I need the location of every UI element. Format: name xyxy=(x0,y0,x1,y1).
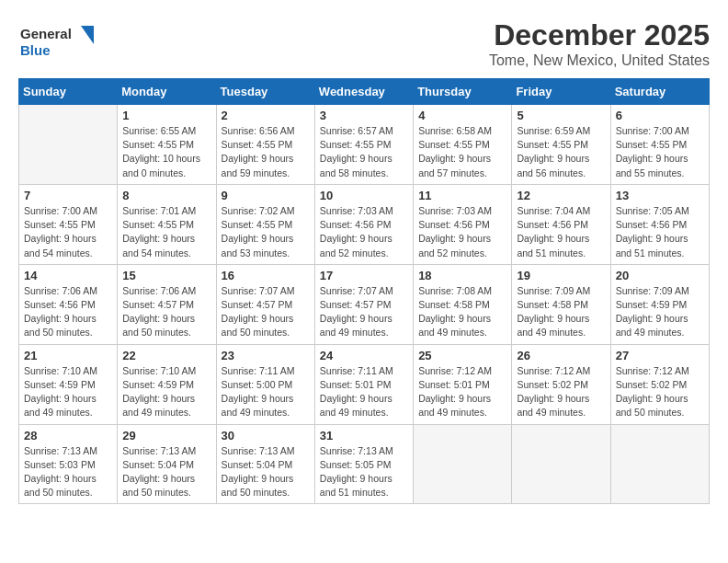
calendar-cell: 4Sunrise: 6:58 AMSunset: 4:55 PMDaylight… xyxy=(414,105,512,185)
day-info: Sunrise: 6:55 AMSunset: 4:55 PMDaylight:… xyxy=(122,124,210,180)
day-number: 22 xyxy=(122,349,210,362)
day-number: 30 xyxy=(222,429,310,442)
calendar-cell: 19Sunrise: 7:09 AMSunset: 4:58 PMDayligh… xyxy=(512,264,610,344)
calendar-cell xyxy=(414,424,512,504)
day-number: 13 xyxy=(616,189,704,202)
day-info: Sunrise: 7:03 AMSunset: 4:56 PMDaylight:… xyxy=(418,204,506,260)
column-header-wednesday: Wednesday xyxy=(314,79,413,105)
calendar-cell: 21Sunrise: 7:10 AMSunset: 4:59 PMDayligh… xyxy=(19,344,118,424)
day-number: 19 xyxy=(517,269,605,282)
day-info: Sunrise: 6:57 AMSunset: 4:55 PMDaylight:… xyxy=(320,124,408,180)
day-number: 9 xyxy=(222,189,310,202)
svg-text:General: General xyxy=(20,26,72,41)
day-number: 25 xyxy=(418,349,506,362)
calendar-cell xyxy=(19,105,118,185)
title-area: December 2025 Tome, New Mexico, United S… xyxy=(489,18,710,69)
day-number: 11 xyxy=(418,189,506,202)
calendar-cell: 14Sunrise: 7:06 AMSunset: 4:56 PMDayligh… xyxy=(19,264,118,344)
location-title: Tome, New Mexico, United States xyxy=(489,52,710,69)
day-info: Sunrise: 7:00 AMSunset: 4:55 PMDaylight:… xyxy=(616,124,704,180)
calendar-cell: 7Sunrise: 7:00 AMSunset: 4:55 PMDaylight… xyxy=(19,184,118,264)
day-info: Sunrise: 6:59 AMSunset: 4:55 PMDaylight:… xyxy=(517,124,605,180)
day-info: Sunrise: 7:13 AMSunset: 5:04 PMDaylight:… xyxy=(222,444,310,500)
calendar-cell: 18Sunrise: 7:08 AMSunset: 4:58 PMDayligh… xyxy=(414,264,512,344)
day-number: 18 xyxy=(418,269,506,282)
calendar-cell: 24Sunrise: 7:11 AMSunset: 5:01 PMDayligh… xyxy=(314,344,413,424)
day-info: Sunrise: 7:07 AMSunset: 4:57 PMDaylight:… xyxy=(222,284,310,340)
calendar-cell: 22Sunrise: 7:10 AMSunset: 4:59 PMDayligh… xyxy=(118,344,216,424)
calendar-cell: 31Sunrise: 7:13 AMSunset: 5:05 PMDayligh… xyxy=(314,424,413,504)
day-info: Sunrise: 7:11 AMSunset: 5:00 PMDaylight:… xyxy=(222,364,310,420)
day-info: Sunrise: 7:07 AMSunset: 4:57 PMDaylight:… xyxy=(320,284,408,340)
calendar-cell: 5Sunrise: 6:59 AMSunset: 4:55 PMDaylight… xyxy=(512,105,610,185)
calendar-cell xyxy=(512,424,610,504)
calendar-cell: 17Sunrise: 7:07 AMSunset: 4:57 PMDayligh… xyxy=(314,264,413,344)
calendar-cell: 3Sunrise: 6:57 AMSunset: 4:55 PMDaylight… xyxy=(314,105,413,185)
calendar-cell: 6Sunrise: 7:00 AMSunset: 4:55 PMDaylight… xyxy=(610,105,709,185)
day-number: 29 xyxy=(122,429,210,442)
day-info: Sunrise: 7:08 AMSunset: 4:58 PMDaylight:… xyxy=(418,284,506,340)
day-info: Sunrise: 7:06 AMSunset: 4:56 PMDaylight:… xyxy=(24,284,112,340)
calendar-cell: 1Sunrise: 6:55 AMSunset: 4:55 PMDaylight… xyxy=(118,105,216,185)
day-number: 3 xyxy=(320,109,408,122)
calendar-cell: 23Sunrise: 7:11 AMSunset: 5:00 PMDayligh… xyxy=(216,344,314,424)
day-info: Sunrise: 7:00 AMSunset: 4:55 PMDaylight:… xyxy=(24,204,112,260)
column-header-thursday: Thursday xyxy=(414,79,512,105)
page-header: General Blue December 2025 Tome, New Mex… xyxy=(18,18,710,69)
calendar-cell xyxy=(610,424,709,504)
day-info: Sunrise: 7:06 AMSunset: 4:57 PMDaylight:… xyxy=(122,284,210,340)
calendar-cell: 27Sunrise: 7:12 AMSunset: 5:02 PMDayligh… xyxy=(610,344,709,424)
week-row-2: 7Sunrise: 7:00 AMSunset: 4:55 PMDaylight… xyxy=(19,184,710,264)
day-info: Sunrise: 7:10 AMSunset: 4:59 PMDaylight:… xyxy=(122,364,210,420)
day-number: 4 xyxy=(418,109,506,122)
day-number: 6 xyxy=(616,109,704,122)
day-number: 5 xyxy=(517,109,605,122)
week-row-1: 1Sunrise: 6:55 AMSunset: 4:55 PMDaylight… xyxy=(19,105,710,185)
calendar-cell: 9Sunrise: 7:02 AMSunset: 4:55 PMDaylight… xyxy=(216,184,314,264)
day-info: Sunrise: 7:10 AMSunset: 4:59 PMDaylight:… xyxy=(24,364,112,420)
column-header-sunday: Sunday xyxy=(19,79,118,105)
calendar-cell: 26Sunrise: 7:12 AMSunset: 5:02 PMDayligh… xyxy=(512,344,610,424)
column-header-saturday: Saturday xyxy=(610,79,709,105)
logo: General Blue xyxy=(18,18,101,64)
calendar-cell: 25Sunrise: 7:12 AMSunset: 5:01 PMDayligh… xyxy=(414,344,512,424)
day-info: Sunrise: 6:56 AMSunset: 4:55 PMDaylight:… xyxy=(222,124,310,180)
logo-svg: General Blue xyxy=(18,18,101,64)
week-row-5: 28Sunrise: 7:13 AMSunset: 5:03 PMDayligh… xyxy=(19,424,710,504)
day-info: Sunrise: 7:01 AMSunset: 4:55 PMDaylight:… xyxy=(122,204,210,260)
day-number: 14 xyxy=(24,269,112,282)
day-number: 7 xyxy=(24,189,112,202)
calendar-cell: 10Sunrise: 7:03 AMSunset: 4:56 PMDayligh… xyxy=(314,184,413,264)
day-number: 10 xyxy=(320,189,408,202)
day-info: Sunrise: 7:02 AMSunset: 4:55 PMDaylight:… xyxy=(222,204,310,260)
day-number: 23 xyxy=(222,349,310,362)
week-row-3: 14Sunrise: 7:06 AMSunset: 4:56 PMDayligh… xyxy=(19,264,710,344)
calendar-cell: 16Sunrise: 7:07 AMSunset: 4:57 PMDayligh… xyxy=(216,264,314,344)
month-title: December 2025 xyxy=(489,18,710,52)
calendar-cell: 15Sunrise: 7:06 AMSunset: 4:57 PMDayligh… xyxy=(118,264,216,344)
day-number: 17 xyxy=(320,269,408,282)
day-info: Sunrise: 7:12 AMSunset: 5:02 PMDaylight:… xyxy=(517,364,605,420)
week-row-4: 21Sunrise: 7:10 AMSunset: 4:59 PMDayligh… xyxy=(19,344,710,424)
calendar-cell: 30Sunrise: 7:13 AMSunset: 5:04 PMDayligh… xyxy=(216,424,314,504)
calendar-cell: 20Sunrise: 7:09 AMSunset: 4:59 PMDayligh… xyxy=(610,264,709,344)
day-info: Sunrise: 7:03 AMSunset: 4:56 PMDaylight:… xyxy=(320,204,408,260)
calendar-cell: 11Sunrise: 7:03 AMSunset: 4:56 PMDayligh… xyxy=(414,184,512,264)
day-number: 26 xyxy=(517,349,605,362)
calendar-cell: 2Sunrise: 6:56 AMSunset: 4:55 PMDaylight… xyxy=(216,105,314,185)
calendar-cell: 8Sunrise: 7:01 AMSunset: 4:55 PMDaylight… xyxy=(118,184,216,264)
column-header-tuesday: Tuesday xyxy=(216,79,314,105)
day-number: 12 xyxy=(517,189,605,202)
day-info: Sunrise: 7:09 AMSunset: 4:59 PMDaylight:… xyxy=(616,284,704,340)
calendar-cell: 28Sunrise: 7:13 AMSunset: 5:03 PMDayligh… xyxy=(19,424,118,504)
day-info: Sunrise: 7:13 AMSunset: 5:03 PMDaylight:… xyxy=(24,444,112,500)
day-number: 27 xyxy=(616,349,704,362)
day-number: 28 xyxy=(24,429,112,442)
day-info: Sunrise: 7:05 AMSunset: 4:56 PMDaylight:… xyxy=(616,204,704,260)
day-info: Sunrise: 7:13 AMSunset: 5:05 PMDaylight:… xyxy=(320,444,408,500)
day-info: Sunrise: 7:12 AMSunset: 5:01 PMDaylight:… xyxy=(418,364,506,420)
day-number: 31 xyxy=(320,429,408,442)
day-number: 21 xyxy=(24,349,112,362)
calendar-cell: 29Sunrise: 7:13 AMSunset: 5:04 PMDayligh… xyxy=(118,424,216,504)
svg-text:Blue: Blue xyxy=(20,42,51,58)
